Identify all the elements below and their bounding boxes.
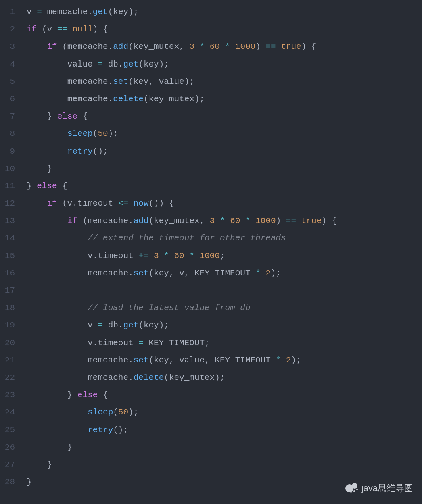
line-number: 28 xyxy=(2,473,15,491)
line-number: 21 xyxy=(2,352,15,369)
token-id: } xyxy=(27,164,52,173)
token-op: = xyxy=(138,338,144,348)
token-id: (key_mutex, xyxy=(128,42,189,51)
line-number: 24 xyxy=(2,404,15,421)
token-id: (); xyxy=(113,425,128,435)
token-id: (key, v, KEY_TIMEOUT xyxy=(148,269,255,278)
token-num: 50 xyxy=(98,129,108,138)
token-fn: set xyxy=(134,269,149,278)
token-id xyxy=(276,42,281,51)
token-id: } xyxy=(27,460,52,469)
token-id xyxy=(27,303,88,312)
line-number: 3 xyxy=(2,38,15,55)
token-num: 60 xyxy=(174,251,184,260)
token-op: == xyxy=(286,216,296,225)
code-line: memcache.delete(key_mutex); xyxy=(27,369,422,386)
token-num: 3 xyxy=(210,216,215,225)
line-number: 5 xyxy=(2,73,15,90)
token-id: (key_mutex, xyxy=(148,216,209,225)
code-line: sleep(50); xyxy=(27,125,422,142)
token-id xyxy=(281,356,286,365)
code-line: // load the latest value from db xyxy=(27,299,422,317)
token-id: } xyxy=(27,390,77,400)
token-op: * xyxy=(189,251,194,260)
token-id xyxy=(261,269,266,278)
line-number: 18 xyxy=(2,299,15,317)
token-id xyxy=(148,251,154,260)
token-id: (key); xyxy=(138,321,169,330)
token-id: KEY_TIMEOUT; xyxy=(144,338,210,348)
code-line: if (v.timeout <= now()) { xyxy=(27,195,422,212)
line-number: 26 xyxy=(2,439,15,456)
line-number: 27 xyxy=(2,456,15,473)
token-id: } xyxy=(27,181,37,191)
token-id xyxy=(67,25,73,34)
token-id: db. xyxy=(103,321,123,330)
token-id: value xyxy=(27,60,98,69)
line-number: 13 xyxy=(2,212,15,229)
token-id: { xyxy=(98,390,108,400)
code-line: memcache.set(key, value, KEY_TIMEOUT * 2… xyxy=(27,352,422,369)
code-line: memcache.set(key, value); xyxy=(27,73,422,90)
token-kw: if xyxy=(27,25,37,34)
token-id: ( xyxy=(93,129,98,138)
token-op: <= xyxy=(118,199,128,208)
token-fn: set xyxy=(113,77,128,86)
token-fn: sleep xyxy=(88,408,113,417)
line-number: 23 xyxy=(2,386,15,404)
token-id: memcache. xyxy=(27,356,134,365)
token-comment: // extend the timeout for other threads xyxy=(88,233,286,243)
token-id: (memcache. xyxy=(57,42,113,51)
token-id: (memcache. xyxy=(77,216,134,225)
token-id xyxy=(230,42,235,51)
token-id xyxy=(27,199,47,208)
token-kw: else xyxy=(37,181,57,191)
line-number: 10 xyxy=(2,160,15,177)
token-id xyxy=(27,408,88,417)
token-num: 60 xyxy=(210,42,220,51)
token-kw: else xyxy=(57,112,77,121)
code-line: if (memcache.add(key_mutex, 3 * 60 * 100… xyxy=(27,212,422,229)
code-line: } else { xyxy=(27,108,422,125)
token-id xyxy=(225,216,230,225)
token-num: 3 xyxy=(189,42,194,51)
wechat-icon xyxy=(345,481,359,495)
token-fn: set xyxy=(134,356,149,365)
token-id: ); xyxy=(271,269,281,278)
token-op: * xyxy=(164,251,169,260)
token-id xyxy=(215,216,220,225)
token-id: ) { xyxy=(322,216,337,225)
token-op: * xyxy=(276,356,281,365)
watermark: java思维导图 xyxy=(345,481,413,495)
token-kw: if xyxy=(67,216,77,225)
token-id: (v.timeout xyxy=(57,199,118,208)
token-id xyxy=(240,216,245,225)
token-id: v.timeout xyxy=(27,338,138,348)
token-id: ()) { xyxy=(149,199,174,208)
token-id xyxy=(296,216,301,225)
token-id: ; xyxy=(220,251,225,260)
token-kw: if xyxy=(47,42,57,51)
token-op: += xyxy=(138,251,148,260)
token-fn: add xyxy=(113,42,128,51)
code-line: v.timeout = KEY_TIMEOUT; xyxy=(27,334,422,352)
token-id: ( xyxy=(113,408,118,417)
code-line: value = db.get(key); xyxy=(27,56,422,73)
token-id: ) xyxy=(276,216,286,225)
line-number: 20 xyxy=(2,334,15,352)
code-line xyxy=(27,282,422,299)
code-line: } xyxy=(27,439,422,456)
token-id xyxy=(251,216,256,225)
token-fn: retry xyxy=(88,425,113,435)
code-line: v.timeout += 3 * 60 * 1000; xyxy=(27,247,422,264)
token-id: } xyxy=(27,112,57,121)
token-kw: else xyxy=(77,390,98,400)
code-line: memcache.delete(key_mutex); xyxy=(27,90,422,108)
line-number: 9 xyxy=(2,143,15,160)
token-id: (key, value); xyxy=(128,77,194,86)
token-id: ); xyxy=(291,356,301,365)
line-number: 12 xyxy=(2,195,15,212)
token-op: = xyxy=(37,7,42,17)
code-line: } else { xyxy=(27,386,422,404)
code-line: v = memcache.get(key); xyxy=(27,3,422,21)
